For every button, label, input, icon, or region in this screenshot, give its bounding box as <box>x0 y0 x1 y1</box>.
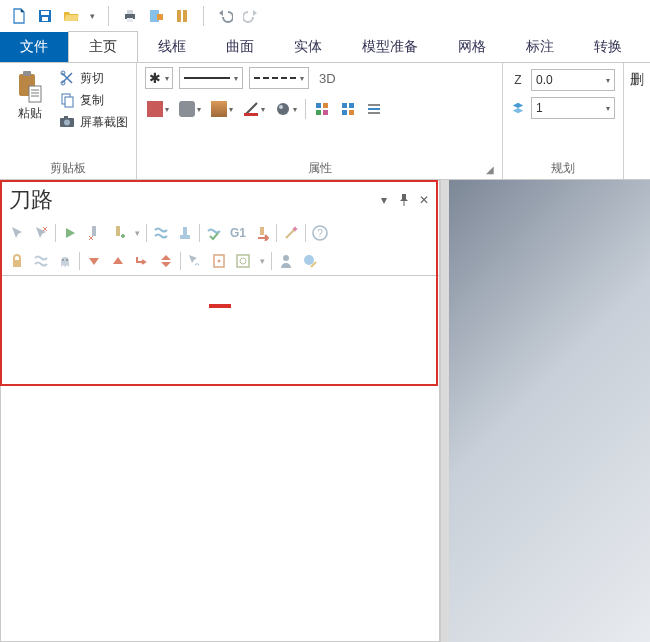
gear-dropdown-icon[interactable]: ▾ <box>257 251 267 271</box>
svg-rect-32 <box>368 108 380 110</box>
attributes-row2: ▾ ▾ ▾ ▾ ▾ <box>145 97 384 121</box>
svg-rect-8 <box>177 10 181 22</box>
play-icon[interactable] <box>60 223 80 243</box>
tab-surface[interactable]: 曲面 <box>206 32 274 62</box>
dialog-launcher-icon[interactable]: ◢ <box>486 164 494 175</box>
cursor-x-icon[interactable] <box>31 223 51 243</box>
chevron-down-icon: ▾ <box>606 104 610 113</box>
svg-point-49 <box>304 255 314 265</box>
tab-model-prep[interactable]: 模型准备 <box>342 32 438 62</box>
save-icon[interactable] <box>36 7 54 25</box>
wand-icon[interactable] <box>281 223 301 243</box>
doc-icon[interactable] <box>209 251 229 271</box>
fill-color-dropdown[interactable]: ▾ <box>145 97 171 121</box>
separator-icon <box>276 224 277 242</box>
step-icon[interactable] <box>132 251 152 271</box>
svg-rect-41 <box>13 260 21 267</box>
separator-icon <box>199 224 200 242</box>
tab-home[interactable]: 主页 <box>68 31 138 62</box>
asterisk-icon: ✱ <box>149 70 161 86</box>
lock-icon[interactable] <box>7 251 27 271</box>
align-icon[interactable] <box>364 97 384 121</box>
svg-rect-29 <box>342 110 347 115</box>
globe-edit-icon[interactable] <box>300 251 320 271</box>
addon-a-icon[interactable] <box>147 7 165 25</box>
g1-button[interactable]: G1 <box>228 223 248 243</box>
print-icon[interactable] <box>121 7 139 25</box>
close-icon[interactable]: ✕ <box>417 193 431 207</box>
svg-rect-4 <box>127 10 133 14</box>
3d-color-dropdown[interactable]: ▾ <box>177 97 203 121</box>
svg-rect-31 <box>368 104 380 106</box>
tool-x-icon[interactable] <box>84 223 104 243</box>
open-dropdown-icon[interactable]: ▾ <box>88 7 96 25</box>
copy-button[interactable]: 复制 <box>58 91 128 109</box>
tab-wireframe[interactable]: 线框 <box>138 32 206 62</box>
waves-b-icon[interactable] <box>31 251 51 271</box>
svg-rect-5 <box>127 18 133 22</box>
group-attributes: ✱▾ ▾ ▾ 3D ▾ ▾ ▾ ▾ ▾ <box>136 63 502 179</box>
svg-point-18 <box>64 120 70 126</box>
viewport-scrollbar[interactable] <box>441 180 449 642</box>
svg-point-43 <box>66 259 68 261</box>
svg-text:?: ? <box>317 228 323 239</box>
waves-a-icon[interactable] <box>151 223 171 243</box>
open-icon[interactable] <box>62 7 80 25</box>
panel-header: 刀路 ▾ ✕ <box>1 181 439 219</box>
layers-icon[interactable] <box>511 100 525 116</box>
line-style-solid-dropdown[interactable]: ▾ <box>179 67 243 89</box>
grid-a-icon[interactable] <box>312 97 332 121</box>
svg-rect-9 <box>183 10 187 22</box>
cursor-wave-icon[interactable] <box>185 251 205 271</box>
screenshot-button[interactable]: 屏幕截图 <box>58 113 128 131</box>
layer-input[interactable]: 1 ▾ <box>531 97 615 119</box>
panel-toolbar-1: ▾ G1 ? <box>1 219 439 247</box>
line-style-dash-dropdown[interactable]: ▾ <box>249 67 309 89</box>
paste-label: 粘贴 <box>18 105 42 122</box>
tri-up-red-icon[interactable] <box>108 251 128 271</box>
arrow-out-icon[interactable] <box>252 223 272 243</box>
panel-content <box>1 275 439 641</box>
group-attributes-label: 属性 ◢ <box>145 158 494 177</box>
material-dropdown[interactable]: ▾ <box>209 97 235 121</box>
tab-transform[interactable]: 转换 <box>574 32 642 62</box>
redo-icon[interactable] <box>242 7 260 25</box>
grid-b-icon[interactable] <box>338 97 358 121</box>
separator-icon <box>305 99 306 119</box>
tab-solid[interactable]: 实体 <box>274 32 342 62</box>
svg-rect-23 <box>316 103 321 108</box>
tab-file[interactable]: 文件 <box>0 32 68 62</box>
sphere-dropdown[interactable]: ▾ <box>273 97 299 121</box>
work-area: 刀路 ▾ ✕ ▾ G1 <box>0 180 650 642</box>
help-icon[interactable]: ? <box>310 223 330 243</box>
tool-b-icon[interactable] <box>175 223 195 243</box>
cursor-a-icon[interactable] <box>7 223 27 243</box>
tab-mesh[interactable]: 网格 <box>438 32 506 62</box>
viewport[interactable] <box>440 180 650 642</box>
gear-box-icon[interactable] <box>233 251 253 271</box>
undo-icon[interactable] <box>216 7 234 25</box>
line-color-dropdown[interactable]: ▾ <box>241 97 267 121</box>
paste-icon <box>16 69 44 105</box>
tri-down-red-icon[interactable] <box>84 251 104 271</box>
person-icon[interactable] <box>276 251 296 271</box>
pin-icon[interactable] <box>397 193 411 207</box>
paste-button[interactable]: 粘贴 <box>8 67 52 122</box>
point-style-dropdown[interactable]: ✱▾ <box>145 67 173 89</box>
addon-b-icon[interactable] <box>173 7 191 25</box>
delete-button[interactable]: 删 <box>628 67 646 93</box>
tool-plus-icon[interactable] <box>108 223 128 243</box>
new-file-icon[interactable] <box>10 7 28 25</box>
cut-button[interactable]: 剪切 <box>58 69 128 87</box>
tool-dropdown-icon[interactable]: ▾ <box>132 223 142 243</box>
z-input[interactable]: 0.0 ▾ <box>531 69 615 91</box>
svg-rect-30 <box>349 110 354 115</box>
group-delete: 删 <box>623 63 650 179</box>
tab-annotate[interactable]: 标注 <box>506 32 574 62</box>
sort-icon[interactable] <box>156 251 176 271</box>
quick-access-toolbar: ▾ <box>0 0 650 32</box>
check-waves-icon[interactable] <box>204 223 224 243</box>
panel-menu-icon[interactable]: ▾ <box>377 193 391 207</box>
ribbon-body: 粘贴 剪切 复制 <box>0 62 650 180</box>
ghost-icon[interactable] <box>55 251 75 271</box>
